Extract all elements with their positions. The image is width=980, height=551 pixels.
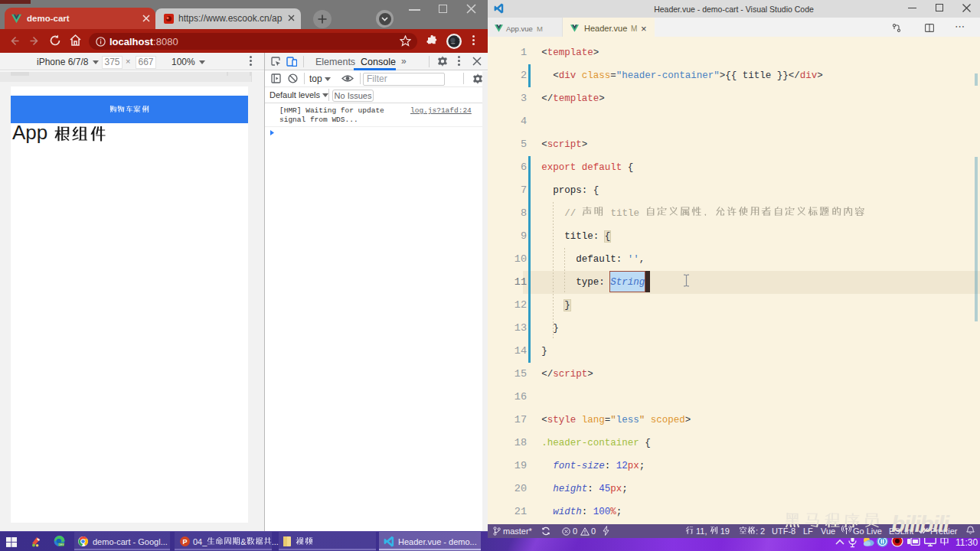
svg-text:P: P [182,538,187,546]
svg-text:DEV: DEV [59,543,65,546]
